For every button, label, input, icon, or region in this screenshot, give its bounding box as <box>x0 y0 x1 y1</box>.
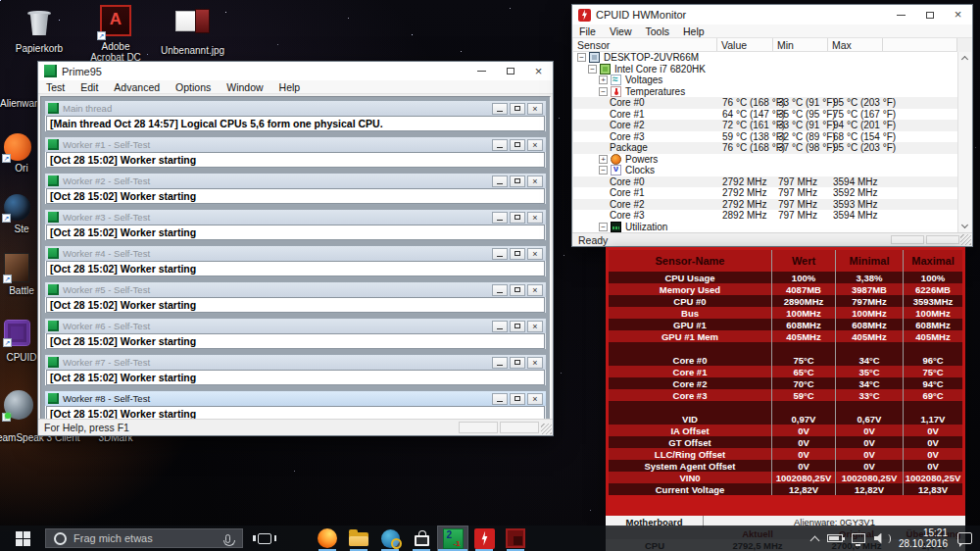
hwmonitor-row[interactable]: −Intel Core i7 6820HK <box>573 64 957 75</box>
minimize-button[interactable] <box>492 357 508 369</box>
resize-grip[interactable] <box>541 424 552 434</box>
minimize-button[interactable] <box>492 284 508 296</box>
collapse-icon[interactable]: − <box>599 166 608 175</box>
menu-advanced[interactable]: Advanced <box>106 81 168 93</box>
network-icon[interactable] <box>852 533 865 543</box>
prime95-titlebar[interactable]: Prime95 × <box>38 62 553 80</box>
expand-icon[interactable]: + <box>599 75 608 84</box>
hwmonitor-row[interactable]: −Clocks <box>573 165 957 176</box>
microphone-icon[interactable] <box>225 534 230 543</box>
minimize-button[interactable] <box>492 321 508 332</box>
tray-expand-icon[interactable] <box>809 535 819 545</box>
start-button[interactable] <box>0 526 45 551</box>
maximize-button[interactable] <box>510 139 525 151</box>
hwmonitor-row[interactable]: Core #22792 MHz797 MHz3593 MHz <box>573 199 957 211</box>
expand-icon[interactable]: + <box>599 155 608 164</box>
desktop-icon-origin[interactable]: ↗Ori <box>4 133 31 161</box>
worker-output-text[interactable]: [Oct 28 15:02] Worker starting <box>46 188 545 204</box>
worker-titlebar[interactable]: Worker #2 - Self-Test× <box>45 174 546 188</box>
worker-output-text[interactable]: [Oct 28 15:02] Worker starting <box>46 152 545 168</box>
close-button[interactable]: × <box>944 5 972 25</box>
worker-output-text[interactable]: [Oct 28 15:02] Worker starting <box>46 333 545 349</box>
prime95-worker-window[interactable]: Worker #6 - Self-Test×[Oct 28 15:02] Wor… <box>44 318 547 350</box>
worker-output-text[interactable]: [Oct 28 15:02] Worker starting <box>46 261 545 276</box>
prime95-worker-window[interactable]: Main thread×[Main thread Oct 28 14:57] L… <box>44 100 547 132</box>
action-center-icon[interactable] <box>957 532 972 544</box>
menu-file[interactable]: File <box>572 25 603 37</box>
close-button[interactable]: × <box>527 393 543 405</box>
hwmonitor-row[interactable]: +Voltages <box>573 75 957 86</box>
menu-tools[interactable]: Tools <box>639 25 677 37</box>
worker-titlebar[interactable]: Worker #3 - Self-Test× <box>45 210 546 225</box>
prime95-worker-window[interactable]: Worker #1 - Self-Test×[Oct 28 15:02] Wor… <box>44 136 547 169</box>
prime95-worker-window[interactable]: Worker #8 - Self-Test×[Oct 28 15:02] Wor… <box>44 390 547 421</box>
worker-titlebar[interactable]: Worker #1 - Self-Test× <box>45 137 546 152</box>
worker-output-text[interactable]: [Main thread Oct 28 14:57] Logical CPUs … <box>46 116 545 131</box>
column-header-sensor[interactable]: Sensor <box>573 38 717 51</box>
prime95-worker-window[interactable]: Worker #7 - Self-Test×[Oct 28 15:02] Wor… <box>44 354 547 386</box>
maximize-button[interactable] <box>510 248 525 260</box>
maximize-button[interactable] <box>510 357 525 369</box>
collapse-icon[interactable]: − <box>599 87 608 96</box>
hwmonitor-row[interactable]: Core #076 °C (168 °F)33 °C (91 °F)95 °C … <box>573 97 957 109</box>
taskbar-app-prime95[interactable] <box>437 526 468 551</box>
close-button[interactable]: × <box>527 175 543 187</box>
column-header-min[interactable]: Min <box>773 38 828 51</box>
maximize-button[interactable] <box>510 284 525 296</box>
vertical-scrollbar[interactable] <box>957 52 971 232</box>
maximize-button[interactable] <box>496 62 524 80</box>
maximize-button[interactable] <box>510 103 525 115</box>
hwmonitor-row[interactable]: −Utilization <box>573 222 957 233</box>
menu-options[interactable]: Options <box>168 81 219 93</box>
minimize-button[interactable] <box>492 103 508 115</box>
desktop-icon-recycle-bin[interactable]: Papierkorb <box>8 5 71 54</box>
scroll-up-icon[interactable] <box>961 56 968 63</box>
minimize-button[interactable] <box>492 139 508 151</box>
minimize-button[interactable] <box>492 212 508 224</box>
hwmonitor-row[interactable]: Core #272 °C (161 °F)33 °C (91 °F)94 °C … <box>573 120 957 131</box>
menu-view[interactable]: View <box>603 25 639 37</box>
hwmonitor-row[interactable]: −Temperatures <box>573 86 957 98</box>
close-button[interactable]: × <box>527 284 543 296</box>
hwmonitor-column-header[interactable]: SensorValueMinMax <box>573 38 957 52</box>
taskbar-app-file-explorer[interactable] <box>343 526 374 551</box>
taskbar-app-edge[interactable] <box>280 526 312 551</box>
battery-icon[interactable] <box>827 534 843 542</box>
search-input[interactable]: Frag mich etwas <box>45 528 243 548</box>
taskbar-app-benchmark-app[interactable] <box>500 526 531 551</box>
worker-output-text[interactable]: [Oct 28 15:02] Worker starting <box>46 297 545 313</box>
close-button[interactable]: × <box>524 62 553 80</box>
menu-edit[interactable]: Edit <box>73 81 106 93</box>
minimize-button[interactable] <box>492 248 508 260</box>
close-button[interactable]: × <box>527 248 543 260</box>
maximize-button[interactable] <box>510 321 525 332</box>
menu-window[interactable]: Window <box>219 81 270 93</box>
collapse-icon[interactable]: − <box>599 223 608 231</box>
scroll-down-icon[interactable] <box>961 222 968 228</box>
maximize-button[interactable] <box>510 175 525 187</box>
close-button[interactable]: × <box>527 103 543 115</box>
hwmonitor-row[interactable]: Core #32892 MHz797 MHz3594 MHz <box>573 210 957 222</box>
maximize-button[interactable] <box>510 212 525 224</box>
worker-titlebar[interactable]: Worker #5 - Self-Test× <box>45 282 546 297</box>
prime95-worker-window[interactable]: Worker #4 - Self-Test×[Oct 28 15:02] Wor… <box>44 245 547 277</box>
desktop-icon-cpuid[interactable]: ↗CPUID <box>4 320 30 346</box>
taskbar-app-web-search[interactable] <box>374 526 406 551</box>
worker-output-text[interactable]: [Oct 28 15:02] Worker starting <box>46 225 545 240</box>
minimize-button[interactable] <box>467 62 496 80</box>
menu-help[interactable]: Help <box>676 25 711 37</box>
taskbar-clock[interactable]: 15:21 28.10.2016 <box>899 527 948 549</box>
minimize-button[interactable] <box>492 175 508 187</box>
resize-grip[interactable] <box>960 234 971 245</box>
desktop-icon-steam[interactable]: ↗Ste <box>4 194 30 221</box>
close-button[interactable]: × <box>527 357 543 369</box>
minimize-button[interactable] <box>492 393 508 405</box>
close-button[interactable]: × <box>527 212 543 224</box>
prime95-worker-window[interactable]: Worker #3 - Self-Test×[Oct 28 15:02] Wor… <box>44 209 547 241</box>
desktop-icon-acrobat[interactable]: ↗Adobe Acrobat DC <box>84 5 147 63</box>
taskbar-app-task-view[interactable] <box>249 526 280 551</box>
worker-titlebar[interactable]: Worker #7 - Self-Test× <box>45 355 546 370</box>
worker-titlebar[interactable]: Main thread× <box>45 101 546 116</box>
volume-icon[interactable] <box>874 533 885 544</box>
hwmonitor-row[interactable]: +Powers <box>573 154 957 166</box>
